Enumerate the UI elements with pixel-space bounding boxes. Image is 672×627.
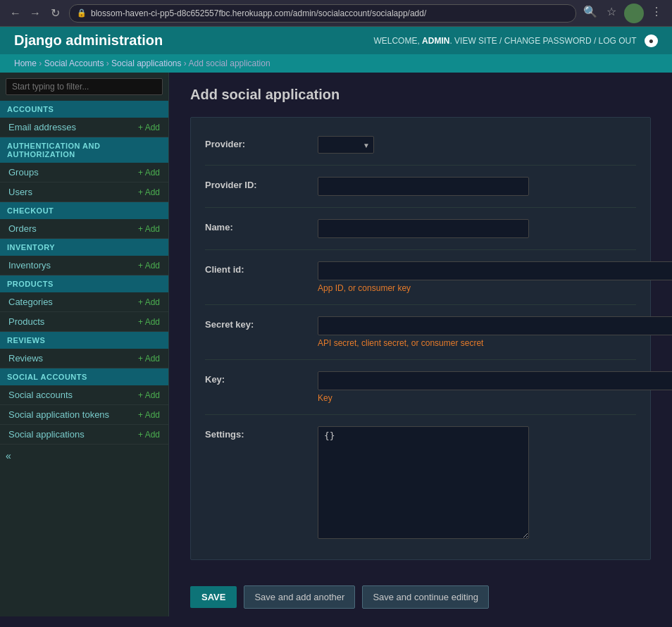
sidebar-add-social-application-tokens[interactable]: + Add: [138, 410, 160, 420]
save-add-another-button[interactable]: Save and add another: [244, 585, 355, 609]
sidebar-add-orders[interactable]: + Add: [138, 224, 160, 234]
sidebar-section-auth: AUTHENTICATION AND AUTHORIZATION: [0, 137, 168, 163]
settings-textarea[interactable]: {}: [318, 426, 529, 539]
admin-title: Django administration: [14, 32, 163, 49]
sidebar-section-products: PRODUCTS: [0, 275, 168, 292]
sidebar-item-users[interactable]: Users + Add: [0, 182, 168, 202]
menu-button[interactable]: ⋮: [648, 4, 665, 20]
sidebar-link-social-application-tokens[interactable]: Social application tokens: [8, 409, 109, 420]
client-id-input[interactable]: [318, 261, 672, 280]
sidebar-link-groups[interactable]: Groups: [8, 167, 39, 178]
provider-select-wrapper: ▼: [318, 136, 374, 154]
save-button[interactable]: SAVE: [190, 586, 237, 608]
forward-button[interactable]: →: [27, 5, 44, 22]
url-text: blossom-haven-ci-pp5-d8c652557fbc.heroku…: [91, 8, 426, 18]
browser-navigation: ← → ↻: [7, 5, 63, 22]
sidebar-item-categories[interactable]: Categories + Add: [0, 292, 168, 312]
sidebar-add-reviews[interactable]: + Add: [138, 354, 160, 364]
sidebar-item-orders[interactable]: Orders + Add: [0, 219, 168, 239]
content-area: Add social application Provider: ▼: [169, 73, 672, 616]
main-layout: ACCOUNTS Email addresses + Add AUTHENTIC…: [0, 73, 672, 616]
breadcrumb-social-applications[interactable]: Social applications: [111, 58, 181, 68]
client-id-help: App ID, or consumer key: [318, 283, 672, 293]
sidebar-link-categories[interactable]: Categories: [8, 297, 53, 307]
sidebar-section-social-accounts: SOCIAL ACCOUNTS: [0, 368, 168, 385]
bookmark-button[interactable]: ☆: [603, 4, 620, 20]
browser-actions: 🔍 ☆ ⋮: [582, 4, 665, 23]
sidebar-item-groups[interactable]: Groups + Add: [0, 163, 168, 182]
provider-select[interactable]: [318, 136, 374, 154]
breadcrumb-sep-3: ›: [184, 58, 189, 68]
sidebar-add-inventorys[interactable]: + Add: [138, 261, 160, 271]
client-id-label: Client id:: [205, 259, 318, 280]
breadcrumb-current: Add social application: [189, 58, 270, 68]
theme-toggle[interactable]: ●: [645, 35, 658, 47]
sidebar-item-social-accounts[interactable]: Social accounts + Add: [0, 385, 168, 405]
admin-user-info: WELCOME, ADMIN. VIEW SITE / CHANGE PASSW…: [373, 35, 658, 47]
sidebar-link-orders[interactable]: Orders: [8, 223, 37, 234]
secret-key-field: API secret, client secret, or consumer s…: [318, 314, 672, 351]
form-row-provider: Provider: ▼: [205, 125, 636, 166]
view-site-link[interactable]: VIEW SITE: [454, 36, 497, 46]
breadcrumb-sep-2: ›: [106, 58, 111, 68]
reload-button[interactable]: ↻: [46, 5, 63, 22]
form-row-client-id: Client id: App ID, or consumer key: [205, 250, 636, 305]
settings-label: Settings:: [205, 423, 318, 445]
secret-key-help: API secret, client secret, or consumer s…: [318, 338, 672, 348]
change-password-link[interactable]: CHANGE PASSWORD: [504, 36, 592, 46]
sidebar-add-categories[interactable]: + Add: [138, 297, 160, 307]
sidebar-item-reviews[interactable]: Reviews + Add: [0, 349, 168, 368]
admin-header: Django administration WELCOME, ADMIN. VI…: [0, 27, 672, 54]
log-out-link[interactable]: LOG OUT: [599, 36, 637, 46]
sidebar-section-inventory: INVENTORY: [0, 239, 168, 256]
breadcrumb-sep-1: ›: [39, 58, 44, 68]
profile-avatar[interactable]: [624, 4, 644, 23]
browser-bar: ← → ↻ 🔒 blossom-haven-ci-pp5-d8c652557fb…: [0, 0, 672, 27]
sidebar-link-email-addresses[interactable]: Email addresses: [8, 122, 76, 132]
page-title: Add social application: [190, 87, 651, 103]
breadcrumb-home[interactable]: Home: [14, 58, 37, 68]
sidebar-add-social-applications[interactable]: + Add: [138, 430, 160, 440]
sidebar-item-products[interactable]: Products + Add: [0, 312, 168, 332]
sidebar-link-inventorys[interactable]: Inventorys: [8, 260, 51, 271]
sidebar-item-email-addresses[interactable]: Email addresses + Add: [0, 118, 168, 137]
key-label: Key:: [205, 368, 318, 390]
sidebar-add-groups[interactable]: + Add: [138, 168, 160, 178]
provider-id-input[interactable]: [318, 177, 529, 196]
search-button[interactable]: 🔍: [582, 4, 599, 20]
sidebar-add-email-addresses[interactable]: + Add: [138, 123, 160, 132]
secret-key-label: Secret key:: [205, 314, 318, 335]
sidebar-collapse-toggle[interactable]: «: [6, 450, 11, 461]
client-id-field: App ID, or consumer key: [318, 259, 672, 296]
provider-id-label: Provider ID:: [205, 174, 318, 196]
sidebar-item-inventorys[interactable]: Inventorys + Add: [0, 256, 168, 275]
sidebar-item-social-applications[interactable]: Social applications + Add: [0, 425, 168, 445]
sidebar-add-products[interactable]: + Add: [138, 317, 160, 327]
form-row-secret-key: Secret key: API secret, client secret, o…: [205, 305, 636, 360]
sidebar-section-checkout: CHECKOUT: [0, 202, 168, 219]
sidebar-filter-container: [0, 73, 168, 101]
sidebar-add-users[interactable]: + Add: [138, 187, 160, 197]
secret-key-input[interactable]: [318, 316, 672, 335]
sidebar-section-reviews: REVIEWS: [0, 332, 168, 349]
provider-id-field: [318, 174, 636, 199]
provider-field: ▼: [318, 133, 636, 156]
sidebar-section-accounts: ACCOUNTS: [0, 101, 168, 118]
sidebar-link-social-accounts[interactable]: Social accounts: [8, 390, 73, 400]
sidebar-link-social-applications[interactable]: Social applications: [8, 429, 85, 440]
sidebar: ACCOUNTS Email addresses + Add AUTHENTIC…: [0, 73, 169, 616]
sidebar-link-users[interactable]: Users: [8, 187, 32, 197]
key-input[interactable]: [318, 371, 672, 390]
back-button[interactable]: ←: [7, 5, 24, 22]
save-continue-button[interactable]: Save and continue editing: [362, 585, 489, 609]
sidebar-item-social-application-tokens[interactable]: Social application tokens + Add: [0, 405, 168, 425]
address-bar[interactable]: 🔒 blossom-haven-ci-pp5-d8c652557fbc.hero…: [69, 4, 576, 23]
sidebar-link-reviews[interactable]: Reviews: [8, 353, 43, 364]
sidebar-add-social-accounts[interactable]: + Add: [138, 390, 160, 400]
sidebar-filter-input[interactable]: [6, 78, 163, 95]
name-input[interactable]: [318, 219, 529, 238]
breadcrumb-social-accounts[interactable]: Social Accounts: [44, 58, 104, 68]
form-row-name: Name:: [205, 208, 636, 250]
settings-field: {}: [318, 423, 636, 544]
sidebar-link-products[interactable]: Products: [8, 316, 44, 327]
